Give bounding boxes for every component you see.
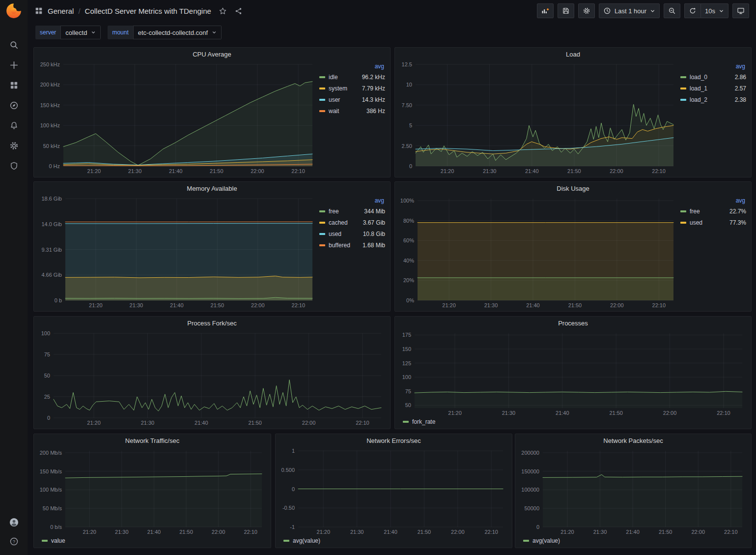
- legend-item[interactable]: idle96.2 kHz: [319, 71, 385, 83]
- explore-compass-icon[interactable]: [9, 100, 19, 110]
- star-icon[interactable]: [219, 7, 227, 15]
- series-color-marker: [403, 421, 409, 423]
- series-name: idle: [329, 74, 338, 81]
- series-color-marker: [319, 88, 325, 89]
- cpu-average-chart[interactable]: 21:2021:3021:4021:5022:0022:100 Hz50 kHz…: [37, 60, 318, 175]
- series-name: free: [329, 208, 339, 215]
- svg-text:21:40: 21:40: [556, 410, 569, 416]
- refresh-interval-label: 10s: [705, 7, 715, 15]
- refresh-button[interactable]: [684, 3, 700, 18]
- panel-title[interactable]: Process Fork/sec: [34, 317, 390, 329]
- svg-text:22:00: 22:00: [610, 302, 624, 308]
- series-name: wait: [329, 108, 339, 115]
- svg-text:22:10: 22:10: [717, 410, 730, 416]
- memory-available-chart[interactable]: 21:2021:3021:4021:5022:0022:100 b4.66 Gi…: [37, 195, 318, 309]
- panel-title[interactable]: Network Packets/sec: [515, 434, 751, 447]
- user-avatar[interactable]: [9, 517, 19, 527]
- network-packets-chart[interactable]: 21:2021:3021:4021:5022:0022:100500001000…: [518, 447, 748, 536]
- load-legend: avgload_02.86load_12.57load_22.38: [679, 60, 748, 175]
- dashboards-icon[interactable]: [9, 80, 19, 90]
- svg-text:22:00: 22:00: [251, 302, 265, 308]
- panel-network-packets: Network Packets/sec 21:2021:3021:4021:50…: [515, 434, 752, 548]
- legend-item[interactable]: fork_rate: [403, 418, 435, 425]
- save-dashboard-button[interactable]: [558, 3, 574, 18]
- configuration-gear-icon[interactable]: [9, 141, 19, 150]
- disk-usage-chart[interactable]: 21:2021:3021:4021:5022:0022:100%20%40%60…: [398, 195, 679, 309]
- legend-item[interactable]: buffered1.68 Mib: [319, 239, 385, 251]
- panel-title[interactable]: Memory Available: [34, 182, 390, 195]
- load-chart[interactable]: 21:2021:3021:4021:5022:0022:1002.5057.50…: [398, 60, 679, 175]
- network-traffic-chart[interactable]: 21:2021:3021:4021:5022:0022:100 b/s50 Mb…: [37, 447, 268, 536]
- add-panel-button[interactable]: [537, 3, 554, 18]
- svg-text:21:20: 21:20: [83, 529, 96, 535]
- share-icon[interactable]: [234, 7, 243, 15]
- legend-item[interactable]: used10.8 Gib: [319, 228, 385, 239]
- svg-text:125: 125: [402, 360, 411, 366]
- variable-server-value[interactable]: collectd: [60, 26, 101, 39]
- svg-text:12.5: 12.5: [402, 61, 412, 67]
- svg-text:0 b/s: 0 b/s: [50, 524, 62, 530]
- legend-item[interactable]: avg(value): [523, 537, 560, 544]
- legend-item[interactable]: wait386 Hz: [319, 105, 385, 117]
- legend-avg-header[interactable]: avg: [319, 196, 385, 205]
- svg-text:21:40: 21:40: [384, 529, 397, 535]
- legend-item[interactable]: load_22.38: [680, 94, 746, 105]
- svg-text:150: 150: [402, 346, 411, 352]
- series-name: used: [690, 219, 702, 226]
- svg-text:21:20: 21:20: [89, 302, 103, 308]
- legend-avg-header[interactable]: avg: [319, 61, 385, 71]
- dashboard-settings-button[interactable]: [578, 3, 595, 18]
- legend-item[interactable]: system7.79 kHz: [319, 83, 385, 94]
- legend-item[interactable]: user14.3 kHz: [319, 94, 385, 105]
- variable-server[interactable]: server collectd: [35, 26, 101, 39]
- svg-text:50000: 50000: [524, 505, 539, 511]
- panel-title[interactable]: CPU Average: [34, 48, 390, 60]
- search-icon[interactable]: [9, 40, 19, 50]
- svg-text:21:40: 21:40: [525, 168, 539, 174]
- panel-title[interactable]: Processes: [395, 317, 751, 329]
- legend-item[interactable]: cached3.67 Gib: [319, 217, 385, 228]
- svg-text:22:00: 22:00: [451, 529, 465, 535]
- series-name: user: [329, 96, 340, 103]
- legend-item[interactable]: load_02.86: [680, 71, 746, 83]
- series-name: system: [329, 85, 347, 92]
- panel-title[interactable]: Disk Usage: [395, 182, 751, 195]
- svg-text:21:30: 21:30: [350, 529, 364, 535]
- legend-item[interactable]: used77.3%: [680, 217, 746, 228]
- zoom-out-button[interactable]: [664, 3, 680, 18]
- process-fork-chart[interactable]: 21:2021:3021:4021:5022:0022:100255075100: [37, 329, 387, 427]
- panel-title[interactable]: Network Errors/sec: [276, 434, 512, 447]
- legend-item[interactable]: avg(value): [283, 537, 320, 544]
- variable-mount-value[interactable]: etc-collectd-collectd.conf: [133, 26, 222, 39]
- legend-item[interactable]: value: [42, 537, 65, 544]
- breadcrumb-folder[interactable]: General: [48, 7, 74, 15]
- help-icon[interactable]: ?: [9, 536, 19, 546]
- legend-item[interactable]: free344 Mib: [319, 205, 385, 217]
- variable-mount[interactable]: mount etc-collectd-collectd.conf: [108, 26, 222, 39]
- series-color-marker: [680, 76, 686, 78]
- legend-item[interactable]: free22.7%: [680, 205, 746, 217]
- alerting-bell-icon[interactable]: [9, 120, 19, 130]
- svg-text:14.0 Gib: 14.0 Gib: [41, 221, 62, 227]
- series-name: used: [329, 231, 341, 237]
- panel-title[interactable]: Load: [395, 48, 751, 60]
- processes-chart[interactable]: 21:2021:3021:4021:5022:0022:105075100125…: [398, 329, 748, 417]
- network-packets-legend: avg(value): [518, 536, 748, 546]
- refresh-interval-dropdown[interactable]: 10s: [700, 3, 728, 18]
- server-admin-shield-icon[interactable]: [9, 161, 19, 171]
- network-errors-chart[interactable]: 21:2021:3021:4021:5022:0022:10-1-0.5000.…: [279, 447, 509, 536]
- series-name: buffered: [329, 242, 350, 249]
- svg-text:22:10: 22:10: [484, 529, 498, 535]
- legend-avg-header[interactable]: avg: [680, 196, 746, 205]
- series-color-marker: [680, 99, 686, 101]
- panel-title[interactable]: Network Traffic/sec: [34, 434, 271, 447]
- dashboard-grid-icon[interactable]: [34, 6, 43, 15]
- time-range-picker[interactable]: Last 1 hour: [599, 3, 660, 18]
- legend-item[interactable]: load_12.57: [680, 83, 746, 94]
- svg-text:1: 1: [292, 448, 295, 454]
- grafana-logo[interactable]: [5, 2, 22, 19]
- plus-icon[interactable]: [9, 60, 19, 70]
- series-color-marker: [319, 244, 325, 246]
- legend-avg-header[interactable]: avg: [680, 61, 746, 71]
- tv-mode-button[interactable]: [732, 3, 749, 18]
